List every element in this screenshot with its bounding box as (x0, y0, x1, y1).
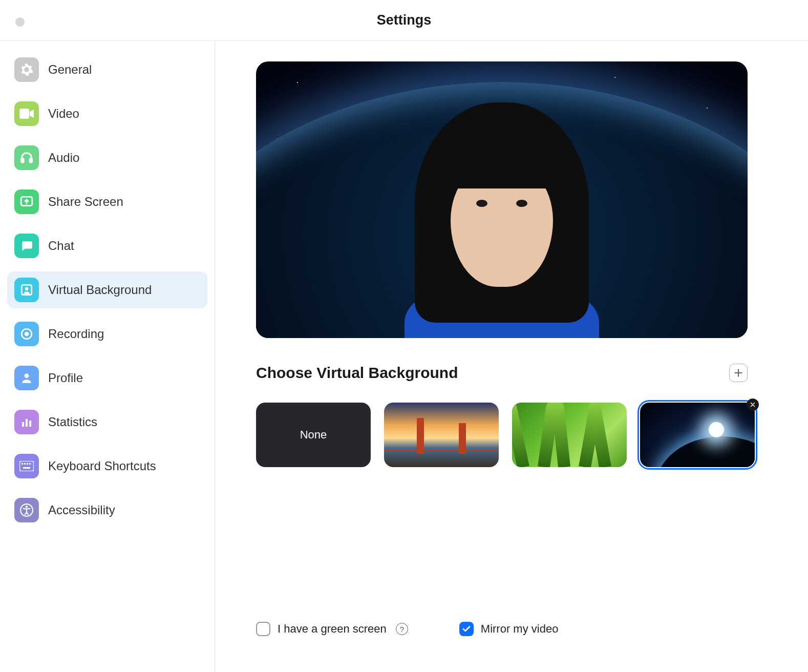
svg-rect-9 (22, 422, 24, 427)
svg-rect-11 (29, 421, 31, 427)
window-title: Settings (377, 12, 432, 28)
titlebar: Settings (0, 0, 808, 41)
svg-rect-13 (22, 463, 23, 465)
record-icon (14, 322, 39, 346)
svg-rect-17 (23, 467, 30, 469)
sidebar-item-label: General (48, 62, 92, 77)
svg-rect-16 (29, 463, 31, 465)
green-screen-label: I have a green screen (278, 622, 387, 636)
svg-point-5 (25, 287, 29, 291)
svg-rect-12 (19, 461, 34, 471)
svg-rect-0 (19, 109, 29, 119)
svg-rect-2 (30, 158, 32, 162)
sidebar-item-general[interactable]: General (7, 51, 207, 88)
sidebar-item-label: Keyboard Shortcuts (48, 459, 156, 473)
mirror-checkbox[interactable] (459, 622, 474, 636)
bg-thumb-grass[interactable] (512, 403, 627, 467)
profile-icon (14, 366, 39, 390)
sidebar-item-label: Audio (48, 151, 79, 165)
background-thumbnails: None (256, 403, 767, 467)
sidebar-item-share-screen[interactable]: Share Screen (7, 183, 207, 220)
svg-point-7 (25, 332, 29, 337)
sidebar-item-audio[interactable]: Audio (7, 139, 207, 176)
green-screen-option: I have a green screen ? (256, 622, 408, 636)
keyboard-icon (14, 454, 39, 478)
sidebar-item-virtual-background[interactable]: Virtual Background (7, 271, 207, 308)
portrait-icon (14, 278, 39, 302)
chat-icon (14, 234, 39, 258)
section-title: Choose Virtual Background (256, 364, 458, 382)
bg-thumb-golden-gate[interactable] (384, 403, 499, 467)
green-screen-checkbox[interactable] (256, 622, 270, 636)
sidebar-item-label: Statistics (48, 415, 97, 429)
sidebar-item-chat[interactable]: Chat (7, 227, 207, 264)
sidebar-item-statistics[interactable]: Statistics (7, 404, 207, 440)
video-icon (14, 101, 39, 126)
bg-thumb-none-label: None (300, 428, 327, 442)
accessibility-icon (14, 498, 39, 522)
sidebar-item-accessibility[interactable]: Accessibility (7, 492, 207, 529)
help-icon[interactable]: ? (396, 623, 408, 635)
svg-point-8 (25, 373, 29, 378)
sidebar-item-video[interactable]: Video (7, 95, 207, 132)
svg-rect-15 (27, 463, 28, 465)
sidebar-item-label: Video (48, 107, 79, 121)
mirror-label: Mirror my video (481, 622, 559, 636)
window-close-dot[interactable] (15, 17, 25, 27)
sidebar: General Video Audio Share Screen Chat (0, 41, 215, 672)
sidebar-item-label: Virtual Background (48, 283, 152, 297)
svg-rect-14 (24, 463, 26, 465)
footer-options: I have a green screen ? Mirror my video (256, 622, 767, 657)
sidebar-item-label: Profile (48, 371, 83, 385)
remove-background-button[interactable] (747, 398, 759, 411)
headphones-icon (14, 145, 39, 170)
main-panel: Choose Virtual Background None (215, 41, 808, 672)
sidebar-item-keyboard-shortcuts[interactable]: Keyboard Shortcuts (7, 448, 207, 485)
svg-rect-1 (22, 158, 24, 162)
svg-rect-10 (26, 419, 28, 427)
sidebar-item-profile[interactable]: Profile (7, 360, 207, 396)
gear-icon (14, 57, 39, 82)
stats-icon (14, 410, 39, 434)
sidebar-item-label: Recording (48, 327, 104, 341)
svg-point-19 (26, 506, 28, 508)
bg-thumb-space[interactable] (640, 403, 755, 467)
add-background-button[interactable] (729, 364, 748, 382)
sidebar-item-label: Accessibility (48, 503, 115, 517)
share-icon (14, 190, 39, 214)
mirror-option: Mirror my video (459, 622, 559, 636)
bg-thumb-none[interactable]: None (256, 403, 371, 467)
sidebar-item-recording[interactable]: Recording (7, 316, 207, 352)
sidebar-item-label: Share Screen (48, 195, 123, 209)
video-preview (256, 61, 748, 338)
sidebar-item-label: Chat (48, 239, 74, 253)
